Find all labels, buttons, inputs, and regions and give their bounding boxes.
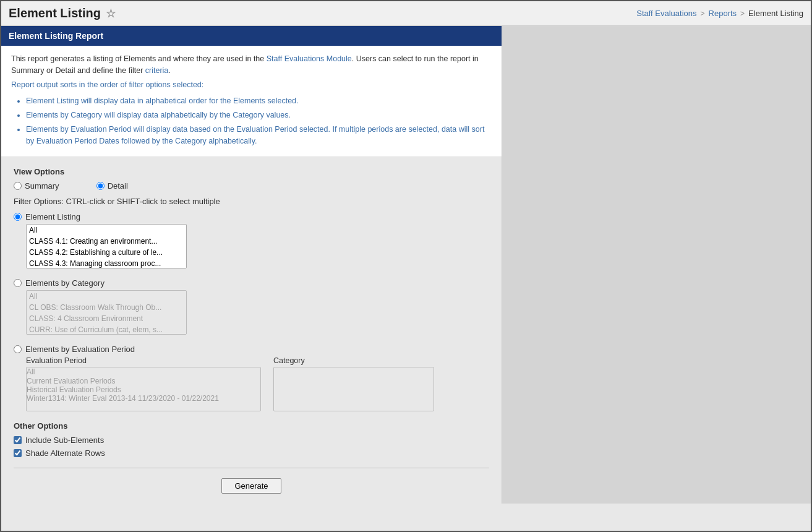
eval-option-historical: Historical Evaluation Periods [27,385,260,394]
option-cat-all: All [27,291,186,302]
eval-period-col-label: Evaluation Period [26,356,261,365]
option-cl-obs: CL OBS: Classroom Walk Through Ob... [27,302,186,313]
category-col-label: Category [273,356,434,365]
eval-option-all: All [27,367,260,376]
eval-option-current: Current Evaluation Periods [27,377,260,385]
breadcrumb-sep-2: > [740,9,745,18]
eval-period-select[interactable]: All Current Evaluation Periods Historica… [26,367,261,411]
elements-by-eval-period-radio-row[interactable]: Elements by Evaluation Period [14,345,489,354]
generate-row: Generate [14,478,489,494]
breadcrumb-staff-evaluations[interactable]: Staff Evaluations [636,9,696,18]
shade-alternate-rows-row[interactable]: Shade Alternate Rows [14,448,489,458]
eval-period-section: Evaluation Period All Current Evaluation… [26,356,489,411]
option-all: All [27,225,186,236]
option-class42: CLASS 4.2: Establishing a culture of le.… [27,247,186,258]
option-class41: CLASS 4.1: Creating an environment... [27,236,186,247]
form-section: View Options Summary Detail [1,157,502,504]
description-line2: Report output sorts in the order of filt… [11,79,492,91]
summary-option[interactable]: Summary [14,181,59,191]
other-options-label: Other Options [14,421,489,431]
eval-period-col: Evaluation Period All Current Evaluation… [26,356,261,411]
breadcrumb-reports[interactable]: Reports [709,9,737,18]
divider [14,468,489,468]
bullet-1: Element Listing will display data in alp… [26,95,492,107]
elements-by-category-radio-row[interactable]: Elements by Category [14,278,489,288]
element-listing-radio-row[interactable]: Element Listing [14,212,489,221]
filter-options-section: Filter Options: CTRL-click or SHIFT-clic… [14,197,489,411]
other-options-section: Other Options Include Sub-Elements Shade… [14,421,489,458]
eval-option-winter: Winter1314: Winter Eval 2013-14 11/23/20… [27,394,260,403]
elements-by-category-radio[interactable] [14,279,22,287]
include-sub-elements-label: Include Sub-Elements [25,435,104,445]
breadcrumb-current: Element Listing [748,9,803,18]
report-description: This report generates a listing of Eleme… [1,46,502,157]
elements-by-eval-period-group: Elements by Evaluation Period Evaluation… [14,345,489,411]
include-sub-elements-row[interactable]: Include Sub-Elements [14,435,489,445]
category-col: Category [273,356,434,411]
description-line1: This report generates a listing of Eleme… [11,53,492,77]
shade-alternate-rows-label: Shade Alternate Rows [25,448,105,458]
page-title: Element Listing [9,6,101,20]
breadcrumb: Staff Evaluations > Reports > Element Li… [636,9,803,18]
star-icon[interactable]: ☆ [106,7,116,20]
app-window: Element Listing ☆ Staff Evaluations > Re… [0,0,812,532]
element-listing-select[interactable]: All CLASS 4.1: Creating an environment..… [26,224,187,268]
option-class-env: CLASS: 4 Classroom Environment [27,313,186,324]
generate-button[interactable]: Generate [221,478,281,494]
eval-period-radio-label: Elements by Evaluation Period [25,345,135,354]
include-sub-elements-checkbox[interactable] [14,436,22,444]
title-bar: Element Listing ☆ Staff Evaluations > Re… [1,1,811,26]
summary-radio[interactable] [14,182,22,190]
option-curr: CURR: Use of Curriculum (cat, elem, s... [27,324,186,335]
bullet-2: Elements by Category will display data a… [26,109,492,121]
element-listing-filter-group: Element Listing All CLASS 4.1: Creating … [14,212,489,268]
elements-by-category-filter-group: Elements by Category All CL OBS: Classro… [14,278,489,335]
report-header: Element Listing Report [1,26,502,46]
detail-radio[interactable] [96,182,105,190]
eval-period-row: Evaluation Period All Current Evaluation… [26,356,489,411]
title-bar-left: Element Listing ☆ [9,6,116,20]
filter-options-label: Filter Options: CTRL-click or SHIFT-clic… [14,197,489,206]
breadcrumb-sep-1: > [701,9,705,18]
detail-option[interactable]: Detail [96,181,128,191]
view-options-label: View Options [14,167,489,176]
view-options-radio-row: Summary Detail [14,181,489,191]
element-listing-radio[interactable] [14,213,22,221]
detail-label: Detail [108,181,128,191]
elements-by-category-label: Elements by Category [25,278,105,288]
description-bullets: Element Listing will display data in alp… [26,95,492,147]
shade-alternate-rows-checkbox[interactable] [14,449,22,457]
right-panel [502,26,811,504]
content-wrapper: Element Listing Report This report gener… [1,26,811,504]
element-listing-radio-label: Element Listing [25,212,80,221]
elements-by-category-select[interactable]: All CL OBS: Classroom Walk Through Ob...… [26,290,187,335]
summary-label: Summary [25,181,59,191]
category-select[interactable] [273,367,434,411]
left-panel: Element Listing Report This report gener… [1,26,502,504]
option-class43: CLASS 4.3: Managing classroom proc... [27,258,186,268]
view-options-section: View Options Summary Detail [14,167,489,191]
bullet-3: Elements by Evaluation Period will displ… [26,124,492,147]
eval-period-radio[interactable] [14,345,22,353]
